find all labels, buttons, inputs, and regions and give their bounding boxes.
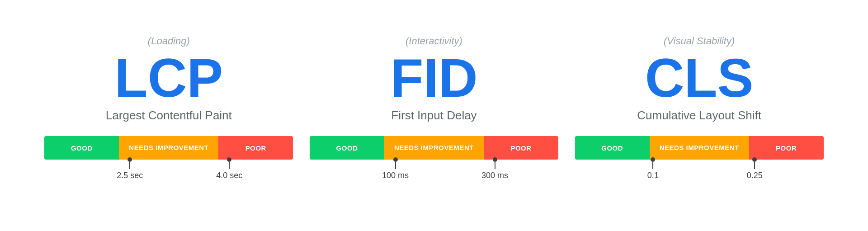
lcp-markers: 2.5 sec 4.0 sec bbox=[44, 160, 293, 182]
marker-dot bbox=[752, 157, 757, 162]
cls-category: (Visual Stability) bbox=[664, 35, 735, 47]
cls-acronym: CLS bbox=[645, 51, 754, 105]
metric-block-fid: (Interactivity) FID First Input Delay GO… bbox=[310, 35, 558, 196]
lcp-bar: GOOD NEEDS IMPROVEMENT POOR bbox=[44, 136, 293, 160]
lcp-category: (Loading) bbox=[148, 35, 190, 47]
marker-line bbox=[754, 162, 755, 169]
marker-label: 0.1 bbox=[647, 171, 659, 180]
lcp-name: Largest Contentful Paint bbox=[106, 108, 232, 123]
cls-markers: 0.1 0.25 bbox=[575, 160, 824, 182]
lcp-bar-container: GOOD NEEDS IMPROVEMENT POOR 2.5 sec bbox=[44, 136, 293, 182]
metric-block-cls: (Visual Stability) CLS Cumulative Layout… bbox=[575, 35, 824, 196]
fid-name: First Input Delay bbox=[391, 108, 476, 123]
marker-dot bbox=[493, 157, 497, 162]
lcp-bar-poor: POOR bbox=[218, 136, 293, 160]
lcp-bar-needs: NEEDS IMPROVEMENT bbox=[119, 136, 218, 160]
marker-label: 100 ms bbox=[382, 171, 409, 180]
cls-bar-needs: NEEDS IMPROVEMENT bbox=[650, 136, 749, 160]
marker-line bbox=[129, 162, 130, 169]
marker-line bbox=[229, 162, 230, 169]
fid-bar-needs: NEEDS IMPROVEMENT bbox=[384, 136, 484, 160]
main-container: (Loading) LCP Largest Contentful Paint G… bbox=[0, 35, 868, 196]
fid-markers: 100 ms 300 ms bbox=[310, 160, 558, 182]
marker-dot bbox=[227, 157, 231, 162]
lcp-acronym: LCP bbox=[114, 51, 223, 105]
cls-marker: 0.25 bbox=[747, 160, 763, 180]
marker-line bbox=[652, 162, 653, 169]
fid-category: (Interactivity) bbox=[406, 35, 462, 47]
lcp-bar-good: GOOD bbox=[44, 136, 119, 160]
fid-bar-poor: POOR bbox=[484, 136, 558, 160]
fid-bar-good: GOOD bbox=[310, 136, 384, 160]
cls-bar: GOOD NEEDS IMPROVEMENT POOR bbox=[575, 136, 824, 160]
fid-bar: GOOD NEEDS IMPROVEMENT POOR bbox=[310, 136, 558, 160]
lcp-marker: 2.5 sec bbox=[117, 160, 143, 180]
fid-marker: 100 ms bbox=[382, 160, 409, 180]
fid-acronym: FID bbox=[390, 51, 477, 105]
cls-bar-container: GOOD NEEDS IMPROVEMENT POOR 0.1 bbox=[575, 136, 824, 182]
marker-dot bbox=[393, 157, 398, 162]
cls-name: Cumulative Layout Shift bbox=[637, 108, 761, 123]
cls-bar-poor: POOR bbox=[749, 136, 824, 160]
fid-bar-container: GOOD NEEDS IMPROVEMENT POOR 100 ms bbox=[310, 136, 558, 182]
marker-label: 4.0 sec bbox=[216, 171, 242, 180]
marker-label: 2.5 sec bbox=[117, 171, 143, 180]
metric-block-lcp: (Loading) LCP Largest Contentful Paint G… bbox=[44, 35, 293, 196]
marker-dot bbox=[651, 157, 655, 162]
marker-dot bbox=[127, 157, 132, 162]
lcp-marker: 4.0 sec bbox=[216, 160, 242, 180]
marker-label: 300 ms bbox=[481, 171, 508, 180]
marker-line bbox=[395, 162, 396, 169]
marker-line bbox=[495, 162, 495, 169]
marker-label: 0.25 bbox=[747, 171, 763, 180]
cls-bar-good: GOOD bbox=[575, 136, 650, 160]
fid-marker: 300 ms bbox=[481, 160, 508, 180]
cls-marker: 0.1 bbox=[647, 160, 659, 180]
